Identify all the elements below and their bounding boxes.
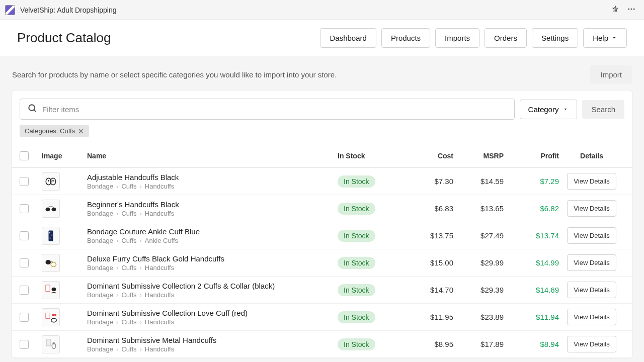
row-checkbox[interactable] [20,177,29,186]
header-msrp: MSRP [453,152,504,160]
app-title: VelvetShip: Adult Dropshipping [20,6,116,14]
category-button[interactable]: Category [520,100,578,119]
product-breadcrumb: Bondage›Cuffs›Handcuffs [87,318,338,326]
svg-point-4 [29,105,35,111]
product-breadcrumb: Bondage›Cuffs›Handcuffs [87,183,338,190]
view-details-button[interactable]: View Details [567,227,616,244]
filter-chips: Categories: Cuffs ✕ [12,120,632,144]
product-name: Adjustable Handcuffs Black [87,173,338,182]
product-msrp: $13.65 [453,204,504,213]
product-name: Bondage Couture Ankle Cuff Blue [87,227,338,236]
page-title: Product Catalog [17,30,111,46]
search-input[interactable] [42,105,507,114]
header-details: Details [559,152,624,160]
svg-rect-22 [46,313,50,318]
nav-orders[interactable]: Orders [485,28,527,48]
product-cost: $6.83 [403,204,453,213]
stock-badge: In Stock [338,175,375,188]
svg-point-13 [49,232,50,233]
view-details-button[interactable]: View Details [567,254,616,271]
product-profit: $11.94 [504,313,559,321]
product-cost: $13.75 [403,231,453,240]
table-row: Dominant Submissive Collection 2 Cuffs &… [12,277,632,304]
product-profit: $6.82 [504,204,559,213]
nav-settings[interactable]: Settings [532,28,578,48]
header-profit: Profit [504,152,559,160]
product-breadcrumb: Bondage›Cuffs›Handcuffs [87,345,338,353]
header-image: Image [42,152,87,160]
header-name: Name [87,152,338,160]
select-all-checkbox[interactable] [20,151,29,160]
view-details-button[interactable]: View Details [567,173,616,190]
stock-badge: In Stock [338,338,375,350]
product-breadcrumb: Bondage›Cuffs›Handcuffs [87,210,338,217]
close-icon[interactable]: ✕ [78,128,84,135]
stock-badge: In Stock [338,284,375,296]
pin-icon[interactable] [612,6,619,15]
view-details-button[interactable]: View Details [567,282,616,298]
titlebar: VelvetShip: Adult Dropshipping [0,0,644,20]
product-thumbnail [42,200,60,218]
product-msrp: $14.59 [453,177,504,186]
search-button[interactable]: Search [582,100,624,119]
view-details-button[interactable]: View Details [567,336,616,352]
nav-dashboard[interactable]: Dashboard [320,28,376,48]
nav-help[interactable]: Help [583,28,627,48]
subheader: Search for products by name or select sp… [0,56,644,90]
row-checkbox[interactable] [20,231,29,240]
table-row: Dominant Submissive Metal HandcuffsBonda… [12,331,632,358]
subheader-text: Search for products by name or select sp… [12,70,337,79]
svg-rect-19 [46,285,50,291]
svg-point-16 [46,260,51,264]
nav-products[interactable]: Products [381,28,430,48]
product-profit: $14.69 [504,286,559,294]
product-msrp: $23.89 [453,313,504,321]
stock-badge: In Stock [338,203,375,215]
product-msrp: $29.39 [453,286,504,294]
product-name: Dominant Submissive Collection 2 Cuffs &… [87,282,338,290]
svg-point-15 [49,237,50,238]
stock-badge: In Stock [338,230,375,242]
product-cost: $11.95 [403,313,453,321]
table-row: Beginner's Handcuffs BlackBondage›Cuffs›… [12,195,632,222]
catalog-card: Category Search Categories: Cuffs ✕ Imag… [11,90,633,358]
svg-rect-12 [49,230,53,241]
stock-badge: In Stock [338,257,375,269]
product-thumbnail [42,335,60,353]
product-thumbnail [42,227,60,245]
more-icon[interactable] [627,5,636,16]
search-box[interactable] [20,99,515,120]
header: Product Catalog Dashboard Products Impor… [0,20,644,56]
product-name: Beginner's Handcuffs Black [87,200,338,209]
product-name: Dominant Submissive Collection Love Cuff… [87,309,338,317]
filter-chip-categories[interactable]: Categories: Cuffs ✕ [20,125,89,137]
product-name: Dominant Submissive Metal Handcuffs [87,336,338,344]
product-thumbnail [42,172,60,191]
table-row: Deluxe Furry Cuffs Black Gold HandcuffsB… [12,249,632,277]
row-checkbox[interactable] [20,313,29,322]
search-row: Category Search [12,99,632,120]
header-stock: In Stock [338,152,403,160]
nav-imports[interactable]: Imports [435,28,479,48]
view-details-button[interactable]: View Details [567,200,616,217]
product-thumbnail [42,281,60,299]
search-icon [27,103,37,115]
svg-point-1 [628,8,629,10]
view-details-button[interactable]: View Details [567,309,616,325]
row-checkbox[interactable] [20,286,29,295]
product-profit: $14.99 [504,258,559,267]
row-checkbox[interactable] [20,340,29,349]
category-button-label: Category [528,105,559,114]
row-checkbox[interactable] [20,258,29,267]
import-button[interactable]: Import [590,65,632,84]
svg-point-11 [52,207,56,211]
row-checkbox[interactable] [20,204,29,213]
product-cost: $14.70 [403,286,453,294]
stock-badge: In Stock [338,311,375,323]
svg-point-25 [51,318,57,322]
product-breadcrumb: Bondage›Cuffs›Handcuffs [87,291,338,299]
product-name: Deluxe Furry Cuffs Black Gold Handcuffs [87,254,338,263]
table-row: Adjustable Handcuffs BlackBondage›Cuffs›… [12,168,632,195]
nav: Dashboard Products Imports Orders Settin… [320,28,627,48]
product-breadcrumb: Bondage›Cuffs›Ankle Cuffs [87,237,338,244]
